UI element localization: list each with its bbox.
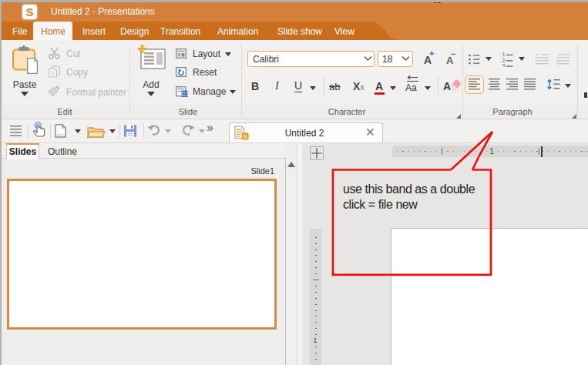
svg-text:2: 2 <box>502 58 506 63</box>
svg-text:3: 3 <box>502 63 506 68</box>
svg-text:1: 1 <box>502 52 506 57</box>
svg-text:S: S <box>244 133 247 140</box>
